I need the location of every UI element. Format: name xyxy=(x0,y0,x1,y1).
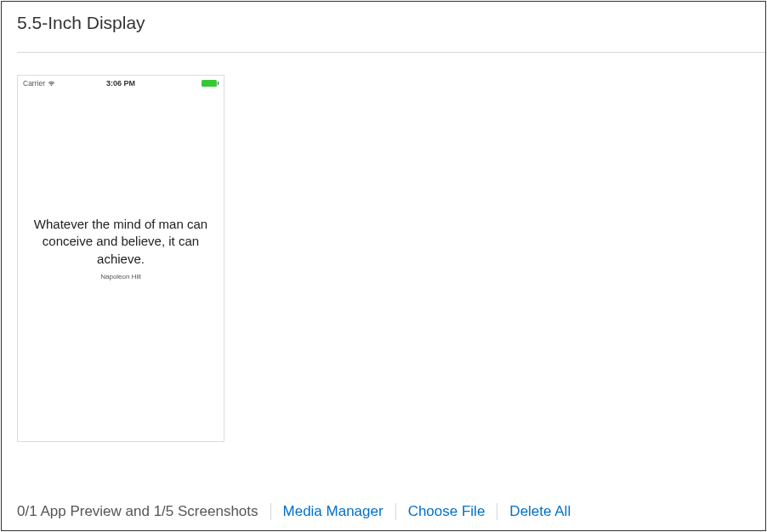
footer-bar: 0/1 App Preview and 1/5 Screenshots Medi… xyxy=(2,493,765,530)
status-right xyxy=(202,80,217,87)
choose-file-link[interactable]: Choose File xyxy=(396,503,497,520)
footer-links: Media Manager Choose File Delete All xyxy=(270,503,583,520)
section-title: 5.5-Inch Display xyxy=(2,2,765,33)
display-panel: 5.5-Inch Display Carrier 3:06 PM Whateve… xyxy=(1,1,766,531)
screenshots-area: Carrier 3:06 PM Whatever the mind of man… xyxy=(2,53,765,457)
media-manager-link[interactable]: Media Manager xyxy=(271,503,395,520)
quote-author: Napoleon Hill xyxy=(100,273,141,280)
quote-text: Whatever the mind of man can conceive an… xyxy=(28,216,213,268)
quote-area: Whatever the mind of man can conceive an… xyxy=(18,55,224,441)
delete-all-link[interactable]: Delete All xyxy=(497,503,582,520)
screenshot-thumbnail[interactable]: Carrier 3:06 PM Whatever the mind of man… xyxy=(17,75,224,442)
media-status-text: 0/1 App Preview and 1/5 Screenshots xyxy=(17,503,259,520)
battery-icon xyxy=(202,80,217,87)
status-time: 3:06 PM xyxy=(106,79,135,88)
